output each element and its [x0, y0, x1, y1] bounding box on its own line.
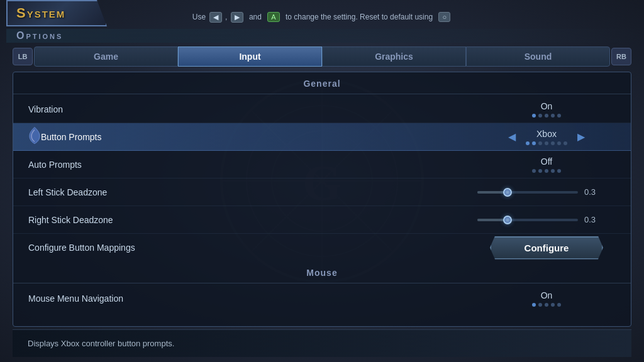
- hint-text-after: to change the setting. Reset to default …: [286, 13, 433, 21]
- configure-button-mappings-label: Configure Button Mappings: [28, 243, 477, 253]
- dot-4: [551, 114, 555, 118]
- auto-prompts-row: Auto Prompts Off: [13, 151, 631, 178]
- dot-1: [532, 114, 536, 118]
- tab-game-label: Game: [94, 52, 118, 62]
- content-inner: General Vibration On: [13, 72, 631, 326]
- hint-btn-left: ◀: [209, 12, 222, 23]
- header: System Use ◀ , ▶ and A to change the set…: [0, 0, 644, 31]
- left-stick-slider-container: 0.3: [477, 187, 616, 197]
- left-stick-slider-value: 0.3: [584, 187, 599, 197]
- tab-input[interactable]: Input: [178, 47, 322, 67]
- hint-text-before: Use: [192, 13, 206, 21]
- right-stick-deadzone-label: Right Stick Deadzone: [28, 215, 477, 225]
- main-container: System Use ◀ , ▶ and A to change the set…: [0, 0, 644, 362]
- tab-graphics[interactable]: Graphics: [322, 47, 466, 67]
- mouse-nav-value-area: On: [477, 290, 616, 307]
- content-area: General Vibration On: [13, 72, 631, 327]
- vibration-value-area: On: [477, 101, 616, 118]
- header-hint: Use ◀ , ▶ and A to change the setting. R…: [192, 9, 452, 23]
- bp-dot-4: [545, 141, 548, 145]
- dot-5: [557, 114, 561, 118]
- left-stick-slider-thumb: [503, 188, 512, 197]
- mn-dot-4: [551, 303, 555, 307]
- tab-graphics-label: Graphics: [375, 52, 413, 62]
- general-section-header: General: [13, 72, 631, 94]
- system-title-box: System: [6, 0, 107, 26]
- auto-prompts-dots: [532, 169, 561, 173]
- vibration-row: Vibration On: [13, 96, 631, 123]
- auto-prompts-value-area: Off: [477, 156, 616, 173]
- mouse-menu-navigation-row: Mouse Menu Navigation On: [13, 285, 631, 312]
- dot-2: [538, 114, 542, 118]
- hint-text-middle: and: [249, 13, 262, 21]
- button-prompts-value-group: Xbox: [526, 129, 567, 145]
- ap-dot-3: [545, 169, 548, 173]
- shoulder-right-btn[interactable]: RB: [611, 48, 631, 65]
- bp-dot-6: [557, 141, 561, 145]
- shoulder-left-btn[interactable]: LB: [13, 48, 33, 65]
- row-ornament-icon: [27, 126, 42, 148]
- mouse-section-header: Mouse: [13, 261, 631, 283]
- tab-input-label: Input: [239, 52, 260, 62]
- right-stick-slider-thumb: [503, 216, 512, 224]
- auto-prompts-label: Auto Prompts: [28, 160, 477, 170]
- mn-dot-1: [532, 303, 536, 307]
- left-stick-deadzone-label: Left Stick Deadzone: [28, 187, 477, 197]
- button-prompts-value: Xbox: [534, 129, 559, 139]
- description-text: Displays Xbox controller button prompts.: [28, 339, 174, 348]
- left-stick-deadzone-row: Left Stick Deadzone 0.3: [13, 178, 631, 206]
- mouse-nav-dots: [532, 303, 561, 307]
- left-stick-slider-track[interactable]: [477, 191, 578, 194]
- vibration-dots: [532, 114, 561, 118]
- button-prompts-dots: [526, 141, 567, 145]
- configure-button[interactable]: Configure: [490, 236, 603, 260]
- ap-dot-4: [551, 169, 555, 173]
- mn-dot-3: [545, 303, 548, 307]
- mouse-nav-value-group: On: [532, 290, 561, 307]
- configure-button-mappings-row: Configure Button Mappings Configure: [13, 234, 631, 261]
- hint-btn-a: A: [267, 12, 279, 22]
- right-stick-slider-value: 0.3: [584, 215, 599, 224]
- bp-dot-5: [551, 141, 555, 145]
- hint-btn-right: ▶: [231, 12, 243, 23]
- bp-dot-2: [532, 141, 536, 145]
- description-bar: Displays Xbox controller button prompts.: [13, 329, 631, 357]
- tab-bar: LB Game Input Graphics Sound RB: [0, 44, 644, 69]
- mouse-nav-value: On: [534, 290, 559, 300]
- tab-sound[interactable]: Sound: [466, 47, 610, 67]
- tab-sound-label: Sound: [525, 52, 552, 62]
- button-prompts-left-arrow[interactable]: ◀: [506, 131, 518, 143]
- configure-btn-area: Configure: [477, 236, 616, 260]
- ap-dot-1: [532, 169, 536, 173]
- tab-game[interactable]: Game: [34, 47, 178, 67]
- right-stick-slider-track[interactable]: [477, 219, 578, 221]
- dot-3: [545, 114, 548, 118]
- hint-btn-reset: ○: [438, 12, 450, 22]
- hint-comma: ,: [225, 13, 227, 21]
- button-prompts-label: Button Prompts: [41, 132, 477, 142]
- auto-prompts-value: Off: [534, 156, 559, 167]
- ap-dot-5: [557, 169, 561, 173]
- vibration-value-group: On: [532, 101, 561, 118]
- vibration-label: Vibration: [28, 104, 477, 114]
- bp-dot-7: [564, 141, 567, 145]
- ap-dot-2: [538, 169, 542, 173]
- button-prompts-row: Button Prompts ◀ Xbox: [13, 123, 631, 151]
- system-title-text: System: [16, 5, 65, 21]
- mn-dot-2: [538, 303, 542, 307]
- mouse-menu-navigation-label: Mouse Menu Navigation: [28, 293, 477, 304]
- right-stick-deadzone-row: Right Stick Deadzone 0.3: [13, 206, 631, 234]
- button-prompts-value-area: ◀ Xbox ▶: [477, 129, 616, 145]
- button-prompts-right-arrow[interactable]: ▶: [575, 131, 587, 143]
- vibration-value: On: [534, 101, 559, 111]
- tab-group: Game Input Graphics Sound: [34, 47, 610, 67]
- bp-dot-3: [538, 141, 542, 145]
- auto-prompts-value-group: Off: [532, 156, 561, 173]
- right-stick-slider-container: 0.3: [477, 215, 616, 224]
- bp-dot-1: [526, 141, 530, 145]
- mn-dot-5: [557, 303, 561, 307]
